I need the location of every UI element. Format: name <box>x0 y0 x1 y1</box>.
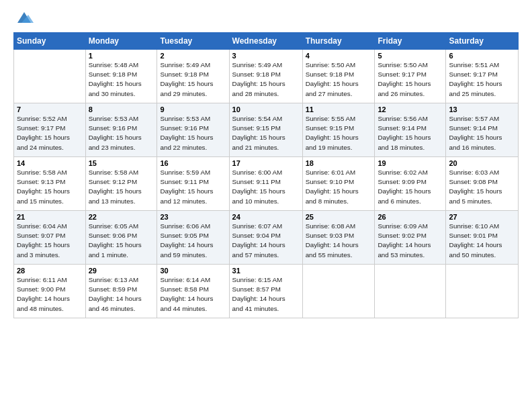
calendar-cell: 26Sunrise: 6:09 AMSunset: 9:02 PMDayligh… <box>375 211 446 265</box>
calendar-cell: 4Sunrise: 5:50 AMSunset: 9:18 PMDaylight… <box>302 50 375 103</box>
day-info: Sunrise: 5:53 AMSunset: 9:16 PMDaylight:… <box>89 114 154 152</box>
calendar-week-row: 7Sunrise: 5:52 AMSunset: 9:17 PMDaylight… <box>14 103 519 157</box>
calendar-cell: 15Sunrise: 5:58 AMSunset: 9:12 PMDayligh… <box>85 157 157 211</box>
day-info: Sunrise: 6:15 AMSunset: 8:57 PMDaylight:… <box>232 275 300 314</box>
day-info: Sunrise: 5:56 AMSunset: 9:14 PMDaylight:… <box>378 114 443 152</box>
day-info: Sunrise: 5:49 AMSunset: 9:18 PMDaylight:… <box>160 60 226 99</box>
day-info: Sunrise: 6:05 AMSunset: 9:06 PMDaylight:… <box>89 222 154 260</box>
calendar-cell: 3Sunrise: 5:49 AMSunset: 9:18 PMDaylight… <box>229 50 302 103</box>
day-number: 20 <box>449 159 515 167</box>
calendar-week-row: 28Sunrise: 6:11 AMSunset: 9:00 PMDayligh… <box>14 265 519 318</box>
day-number: 16 <box>160 159 226 167</box>
day-info: Sunrise: 6:03 AMSunset: 9:08 PMDaylight:… <box>449 168 515 206</box>
calendar-cell <box>446 265 519 318</box>
day-number: 24 <box>232 213 300 221</box>
calendar-cell: 31Sunrise: 6:15 AMSunset: 8:57 PMDayligh… <box>229 265 302 318</box>
col-header-friday: Friday <box>375 33 446 50</box>
day-info: Sunrise: 5:54 AMSunset: 9:15 PMDaylight:… <box>232 114 300 152</box>
day-info: Sunrise: 6:09 AMSunset: 9:02 PMDaylight:… <box>378 222 443 260</box>
calendar-cell: 11Sunrise: 5:55 AMSunset: 9:15 PMDayligh… <box>302 103 375 157</box>
day-info: Sunrise: 6:06 AMSunset: 9:05 PMDaylight:… <box>160 222 226 260</box>
day-info: Sunrise: 6:01 AMSunset: 9:10 PMDaylight:… <box>306 168 372 206</box>
day-number: 13 <box>449 105 515 113</box>
day-number: 5 <box>378 52 443 60</box>
calendar-cell: 7Sunrise: 5:52 AMSunset: 9:17 PMDaylight… <box>14 103 86 157</box>
day-info: Sunrise: 6:02 AMSunset: 9:09 PMDaylight:… <box>378 168 443 206</box>
calendar-week-row: 14Sunrise: 5:58 AMSunset: 9:13 PMDayligh… <box>14 157 519 211</box>
day-info: Sunrise: 5:48 AMSunset: 9:18 PMDaylight:… <box>89 60 154 99</box>
day-number: 10 <box>232 105 300 113</box>
day-number: 11 <box>306 105 372 113</box>
day-info: Sunrise: 5:59 AMSunset: 9:11 PMDaylight:… <box>160 168 226 206</box>
day-number: 15 <box>89 159 154 167</box>
day-number: 22 <box>89 213 154 221</box>
day-info: Sunrise: 6:14 AMSunset: 8:58 PMDaylight:… <box>160 275 226 314</box>
day-number: 7 <box>17 105 83 113</box>
calendar-cell: 25Sunrise: 6:08 AMSunset: 9:03 PMDayligh… <box>302 211 375 265</box>
col-header-tuesday: Tuesday <box>157 33 229 50</box>
day-number: 9 <box>160 105 226 113</box>
col-header-saturday: Saturday <box>446 33 519 50</box>
day-number: 25 <box>306 213 372 221</box>
logo <box>13 11 34 27</box>
day-number: 29 <box>89 267 154 275</box>
day-info: Sunrise: 5:57 AMSunset: 9:14 PMDaylight:… <box>449 114 515 152</box>
day-number: 4 <box>306 52 372 60</box>
calendar-week-row: 21Sunrise: 6:04 AMSunset: 9:07 PMDayligh… <box>14 211 519 265</box>
day-number: 21 <box>17 213 83 221</box>
day-number: 14 <box>17 159 83 167</box>
calendar-cell: 27Sunrise: 6:10 AMSunset: 9:01 PMDayligh… <box>446 211 519 265</box>
col-header-monday: Monday <box>85 33 157 50</box>
calendar-cell: 23Sunrise: 6:06 AMSunset: 9:05 PMDayligh… <box>157 211 229 265</box>
day-number: 23 <box>160 213 226 221</box>
day-number: 30 <box>160 267 226 275</box>
calendar-cell: 12Sunrise: 5:56 AMSunset: 9:14 PMDayligh… <box>375 103 446 157</box>
day-number: 19 <box>378 159 443 167</box>
calendar-cell: 14Sunrise: 5:58 AMSunset: 9:13 PMDayligh… <box>14 157 86 211</box>
day-number: 2 <box>160 52 226 60</box>
col-header-wednesday: Wednesday <box>229 33 302 50</box>
day-info: Sunrise: 6:04 AMSunset: 9:07 PMDaylight:… <box>17 222 83 260</box>
calendar-cell: 8Sunrise: 5:53 AMSunset: 9:16 PMDaylight… <box>85 103 157 157</box>
calendar-cell: 10Sunrise: 5:54 AMSunset: 9:15 PMDayligh… <box>229 103 302 157</box>
day-number: 6 <box>449 52 515 60</box>
calendar-cell: 19Sunrise: 6:02 AMSunset: 9:09 PMDayligh… <box>375 157 446 211</box>
calendar-cell: 29Sunrise: 6:13 AMSunset: 8:59 PMDayligh… <box>85 265 157 318</box>
calendar-cell: 2Sunrise: 5:49 AMSunset: 9:18 PMDaylight… <box>157 50 229 103</box>
calendar-week-row: 1Sunrise: 5:48 AMSunset: 9:18 PMDaylight… <box>14 50 519 103</box>
day-info: Sunrise: 5:52 AMSunset: 9:17 PMDaylight:… <box>17 114 83 152</box>
day-number: 18 <box>306 159 372 167</box>
logo-icon <box>15 8 34 27</box>
day-info: Sunrise: 5:50 AMSunset: 9:18 PMDaylight:… <box>306 60 372 99</box>
calendar-cell: 30Sunrise: 6:14 AMSunset: 8:58 PMDayligh… <box>157 265 229 318</box>
day-info: Sunrise: 5:49 AMSunset: 9:18 PMDaylight:… <box>232 60 300 99</box>
calendar-cell <box>375 265 446 318</box>
day-number: 12 <box>378 105 443 113</box>
calendar-table: SundayMondayTuesdayWednesdayThursdayFrid… <box>13 32 519 318</box>
day-info: Sunrise: 5:53 AMSunset: 9:16 PMDaylight:… <box>160 114 226 152</box>
day-number: 3 <box>232 52 300 60</box>
day-number: 27 <box>449 213 515 221</box>
calendar-cell: 18Sunrise: 6:01 AMSunset: 9:10 PMDayligh… <box>302 157 375 211</box>
day-number: 26 <box>378 213 443 221</box>
day-info: Sunrise: 5:58 AMSunset: 9:13 PMDaylight:… <box>17 168 83 206</box>
day-number: 28 <box>17 267 83 275</box>
calendar-cell <box>14 50 86 103</box>
calendar-cell: 21Sunrise: 6:04 AMSunset: 9:07 PMDayligh… <box>14 211 86 265</box>
day-number: 31 <box>232 267 300 275</box>
calendar-cell: 22Sunrise: 6:05 AMSunset: 9:06 PMDayligh… <box>85 211 157 265</box>
day-info: Sunrise: 6:08 AMSunset: 9:03 PMDaylight:… <box>306 222 372 260</box>
calendar-header-row: SundayMondayTuesdayWednesdayThursdayFrid… <box>14 33 519 50</box>
day-info: Sunrise: 5:50 AMSunset: 9:17 PMDaylight:… <box>378 60 443 99</box>
page: SundayMondayTuesdayWednesdayThursdayFrid… <box>0 0 532 411</box>
day-info: Sunrise: 6:10 AMSunset: 9:01 PMDaylight:… <box>449 222 515 260</box>
calendar-cell: 16Sunrise: 5:59 AMSunset: 9:11 PMDayligh… <box>157 157 229 211</box>
col-header-sunday: Sunday <box>14 33 86 50</box>
calendar-cell: 13Sunrise: 5:57 AMSunset: 9:14 PMDayligh… <box>446 103 519 157</box>
header <box>13 11 519 27</box>
calendar-cell: 24Sunrise: 6:07 AMSunset: 9:04 PMDayligh… <box>229 211 302 265</box>
day-info: Sunrise: 5:58 AMSunset: 9:12 PMDaylight:… <box>89 168 154 206</box>
day-info: Sunrise: 6:11 AMSunset: 9:00 PMDaylight:… <box>17 275 83 314</box>
day-info: Sunrise: 5:51 AMSunset: 9:17 PMDaylight:… <box>449 60 515 99</box>
calendar-cell: 20Sunrise: 6:03 AMSunset: 9:08 PMDayligh… <box>446 157 519 211</box>
